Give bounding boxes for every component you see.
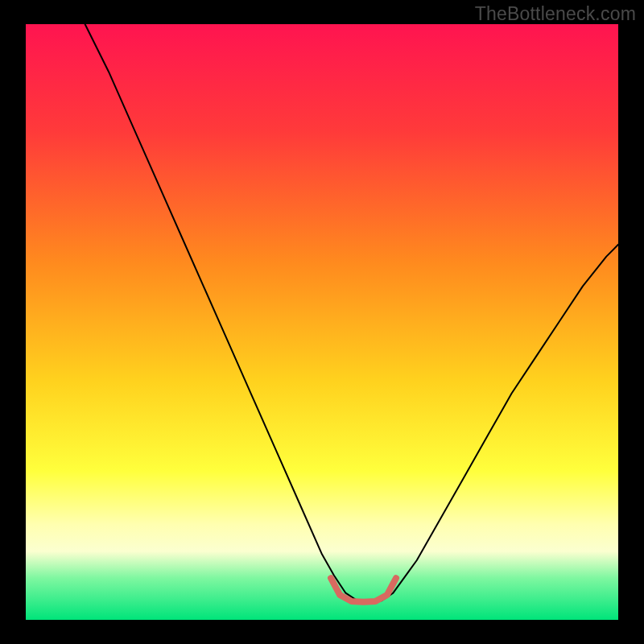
chart-background-gradient	[26, 24, 618, 620]
watermark-text: TheBottleneck.com	[475, 3, 636, 25]
bottleneck-chart	[0, 0, 644, 644]
chart-frame: TheBottleneck.com	[0, 0, 644, 644]
